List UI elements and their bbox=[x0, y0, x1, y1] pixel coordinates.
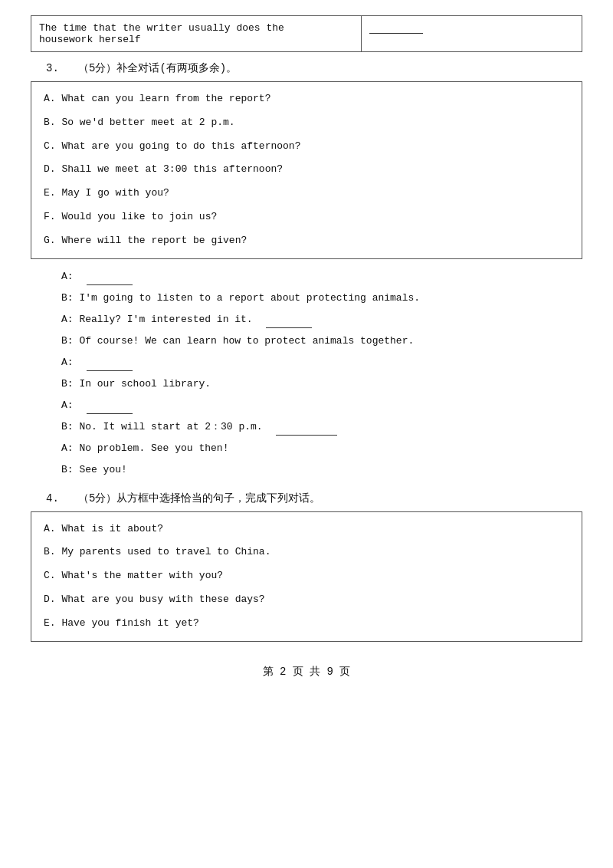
dialogue-line-10: B: See you! bbox=[61, 462, 582, 478]
top-table: The time that the writer usually does th… bbox=[31, 15, 582, 52]
answer-blank bbox=[276, 426, 337, 436]
list-item: A. What is it about? bbox=[44, 521, 569, 538]
options-box-2: A. What is it about? B. My parents used … bbox=[31, 511, 582, 642]
dialogue-line-5: A: bbox=[61, 354, 582, 371]
answer-blank bbox=[87, 275, 133, 285]
dialogue-line-6: B: In our school library. bbox=[61, 376, 582, 393]
dialogue-line-9: A: No problem. See you then! bbox=[61, 440, 582, 457]
dialogue-line-7: A: bbox=[61, 397, 582, 414]
answer-blank bbox=[266, 318, 312, 328]
list-item: G. Where will the report be given? bbox=[44, 233, 569, 249]
dialogue-1: A: B: I'm going to listen to a report ab… bbox=[61, 268, 582, 479]
list-item: D. Shall we meet at 3:00 this afternoon? bbox=[44, 162, 569, 178]
list-item: D. What are you busy with these days? bbox=[44, 592, 569, 608]
list-item: A. What can you learn from the report? bbox=[44, 91, 569, 107]
section4-title: 4. （5分）从方框中选择恰当的句子，完成下列对话。 bbox=[46, 492, 582, 505]
dialogue-line-8: B: No. It will start at 2：30 p.m. bbox=[61, 419, 582, 436]
answer-blank bbox=[87, 361, 133, 371]
dialogue-line-1: A: bbox=[61, 268, 582, 285]
list-item: E. May I go with you? bbox=[44, 186, 569, 202]
options-box-1: A. What can you learn from the report? B… bbox=[31, 81, 582, 259]
dialogue-line-3: A: Really? I'm interested in it. bbox=[61, 311, 582, 328]
dialogue-line-4: B: Of course! We can learn how to protec… bbox=[61, 333, 582, 350]
list-item: B. My parents used to travel to China. bbox=[44, 544, 569, 561]
answer-blank bbox=[369, 23, 423, 34]
answer-blank bbox=[87, 404, 133, 414]
section3-title: 3. （5分）补全对话(有两项多余)。 bbox=[46, 61, 582, 75]
list-item: F. Would you like to join us? bbox=[44, 209, 569, 225]
list-item: C. What's the matter with you? bbox=[44, 568, 569, 584]
page-footer: 第 2 页 共 9 页 bbox=[31, 665, 582, 679]
table-left-cell: The time that the writer usually does th… bbox=[31, 16, 362, 52]
list-item: B. So we'd better meet at 2 p.m. bbox=[44, 115, 569, 131]
list-item: E. Have you finish it yet? bbox=[44, 616, 569, 632]
table-right-cell bbox=[362, 16, 582, 52]
list-item: C. What are you going to do this afterno… bbox=[44, 139, 569, 155]
dialogue-line-2: B: I'm going to listen to a report about… bbox=[61, 290, 582, 307]
